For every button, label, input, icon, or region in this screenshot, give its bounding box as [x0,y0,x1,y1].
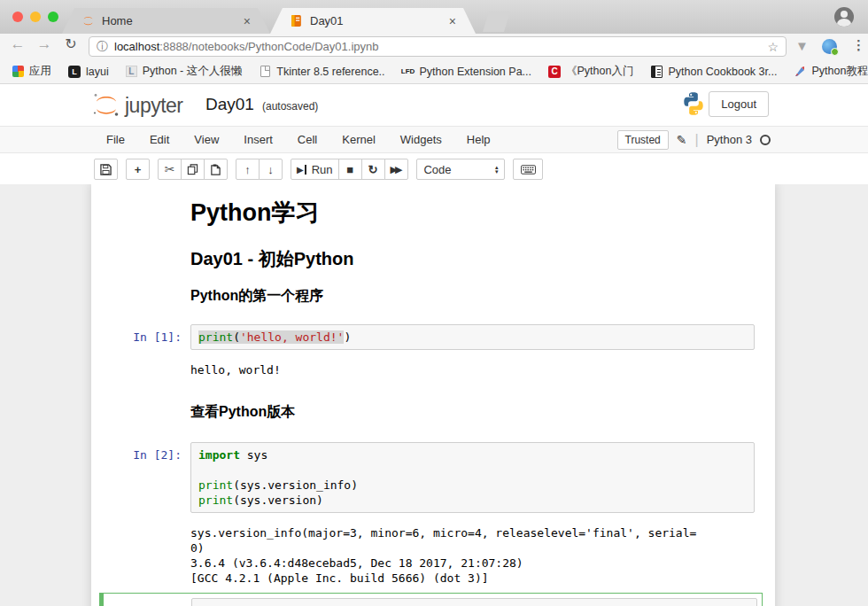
code-cell-3-selected[interactable]: In [ ]: [99,593,763,606]
extension-globe-icon[interactable] [822,39,837,54]
scissors-icon: ✂ [165,162,175,176]
input-prompt-3: In [ ]: [108,598,191,606]
output-text-1: hello, world! [190,357,755,377]
menu-insert[interactable]: Insert [231,127,285,152]
window-controls [12,12,58,22]
fast-forward-icon: ▶▶ [391,164,403,175]
trusted-button[interactable]: Trusted [617,130,669,150]
arrow-down-icon: ↓ [267,163,274,176]
copy-cell-button[interactable] [181,159,205,180]
code-cell-1: In [1]: print('hello, world!') [91,324,775,350]
command-palette-button[interactable] [513,159,543,180]
jupyter-logo-icon [92,92,120,117]
page-info-icon[interactable]: ⓘ [97,39,108,55]
code-cell-2: In [2]: import sys print(sys.version_inf… [91,442,775,513]
bookmark-python-extension[interactable]: LFD Python Extension Pa... [402,66,531,78]
bookmarks-bar: 应用 L layui L Python - 这个人很懒 Tkinter 8.5 … [0,59,868,84]
back-icon[interactable]: ← [7,35,28,53]
window-zoom-button[interactable] [48,12,58,22]
markdown-cell-h3-first: Python的第一个程序 [91,287,775,305]
menu-widgets[interactable]: Widgets [388,127,454,152]
menu-help[interactable]: Help [454,127,503,152]
cell-type-select[interactable]: Code ▴▾ [416,159,505,180]
restart-kernel-button[interactable]: ↻ [361,159,385,180]
kernel-idle-indicator-icon [760,135,771,145]
tab-day01-label: Day01 [310,14,442,27]
notebook-favicon-icon [290,14,303,27]
arrow-up-icon: ↑ [244,163,251,176]
browser-titlebar: Home × Day01 × [0,0,868,34]
bookmark-layui[interactable]: L layui [68,66,109,78]
bookmark-star-icon[interactable]: ☆ [767,40,779,54]
input-prompt-2: In [2]: [91,442,190,513]
notebook-container: Python学习 Day01 - 初始Python Python的第一个程序 I… [91,184,775,606]
plus-icon: + [135,163,142,176]
move-cell-down-button[interactable]: ↓ [259,159,283,180]
output-text-2: sys.version_info(major=3, minor=6, micro… [190,520,755,586]
run-cell-button[interactable]: ▶ Run [291,159,339,180]
jupyter-logo[interactable]: jupyter [92,92,183,117]
cut-cell-button[interactable]: ✂ [158,159,182,180]
markdown-cell-h2: Day01 - 初始Python [91,248,775,269]
interrupt-kernel-button[interactable]: ■ [338,159,362,180]
edit-title-pencil-icon[interactable]: ✎ [677,133,687,147]
code-input-1[interactable]: print('hello, world!') [190,324,755,350]
bookmark-python-tutorial[interactable]: Python教程 [794,64,868,79]
code-input-3[interactable] [191,598,757,606]
extension-v-icon[interactable]: ▼ [795,38,809,53]
markdown-cell-h1: Python学习 [91,198,775,227]
menu-view[interactable]: View [182,127,231,152]
notebook-title[interactable]: Day01 [205,95,254,114]
forward-icon[interactable]: → [34,35,55,53]
letter-l-favicon-icon: L [126,66,137,77]
paste-icon [210,164,221,175]
bookmark-python-intro[interactable]: C 《Python入门 [548,64,633,79]
save-button[interactable] [94,159,118,180]
page-favicon-icon [260,66,270,77]
copy-icon [187,164,198,175]
address-bar[interactable]: ⓘ localhost:8888/notebooks/PythonCode/Da… [89,36,787,57]
tab-home-close-icon[interactable]: × [244,14,251,28]
bookmark-apps[interactable]: 应用 [12,64,51,79]
browser-profile-icon[interactable] [834,7,854,27]
reload-icon[interactable]: ↻ [60,35,81,52]
browser-menu-icon[interactable]: ⋮ [852,37,865,53]
window-close-button[interactable] [12,12,23,22]
bookmark-cookbook[interactable]: Python Cookbook 3r... [650,66,777,78]
select-arrows-icon: ▴▾ [495,165,499,174]
menu-file[interactable]: File [94,127,137,152]
autosave-status: (autosaved) [262,100,318,113]
restart-icon: ↻ [368,163,378,176]
output-cell-1: hello, world! [91,357,775,377]
jupyter-menubar: File Edit View Insert Cell Kernel Widget… [0,126,868,153]
jupyter-wordmark: jupyter [125,94,183,117]
code-input-2[interactable]: import sys print(sys.version_info) print… [190,442,755,513]
bookmark-python-lazy[interactable]: L Python - 这个人很懒 [126,64,243,79]
floppy-icon [100,164,112,175]
restart-run-all-button[interactable]: ▶▶ [384,159,409,180]
tab-day01-close-icon[interactable]: × [449,14,456,28]
jupyter-favicon-icon [81,14,95,27]
tab-day01[interactable]: Day01 × [270,8,476,34]
red-c-favicon-icon: C [548,66,561,78]
run-label: Run [312,163,333,176]
layui-favicon-icon: L [68,66,81,78]
paste-cell-button[interactable] [204,159,228,180]
jupyter-header: jupyter Day01 (autosaved) Logout [0,84,868,126]
window-minimize-button[interactable] [30,12,41,22]
input-prompt-1: In [1]: [91,324,190,350]
add-cell-button[interactable]: + [126,159,150,180]
logout-button[interactable]: Logout [709,91,769,117]
new-tab-button[interactable] [483,12,510,32]
keyboard-icon [521,165,536,175]
tab-home[interactable]: Home × [62,8,270,34]
jupyter-toolbar: + ✂ ↑ ↓ ▶ Run ■ ↻ ▶▶ Code [0,154,868,184]
notebook-scroll-area[interactable]: Python学习 Day01 - 初始Python Python的第一个程序 I… [0,184,868,606]
bookmark-tkinter[interactable]: Tkinter 8.5 reference.. [259,66,384,78]
menu-cell[interactable]: Cell [285,127,329,152]
menu-kernel[interactable]: Kernel [329,127,388,152]
menu-edit[interactable]: Edit [137,127,182,152]
output-cell-2: sys.version_info(major=3, minor=6, micro… [91,520,775,586]
move-cell-up-button[interactable]: ↑ [236,159,260,180]
rocket-favicon-icon [794,66,806,78]
